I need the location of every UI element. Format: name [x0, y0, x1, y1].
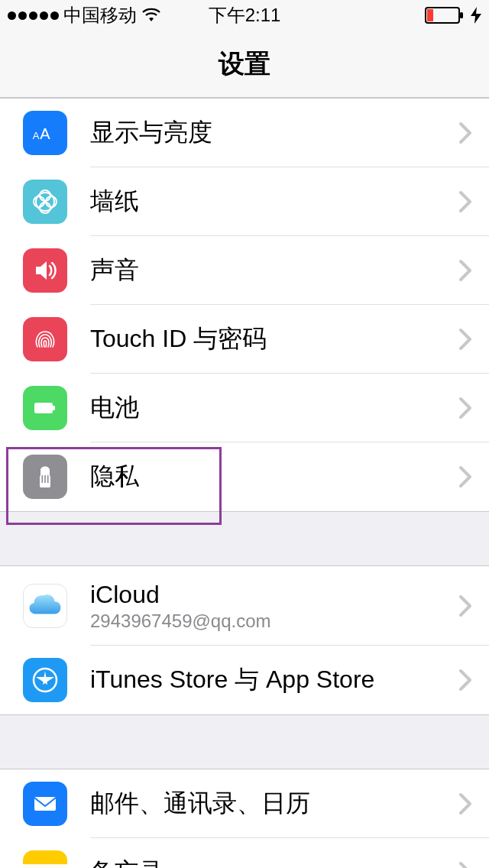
settings-row[interactable]: 隐私	[0, 442, 489, 511]
page-title: 设置	[219, 47, 270, 82]
svg-rect-10	[34, 403, 53, 413]
svg-rect-11	[53, 406, 55, 410]
chevron-right-icon	[458, 397, 489, 419]
row-label: Touch ID 与密码	[90, 322, 458, 356]
row-label: iTunes Store 与 App Store	[90, 663, 458, 697]
svg-rect-17	[34, 797, 56, 811]
wifi-icon	[141, 8, 161, 23]
row-text: iTunes Store 与 App Store	[90, 663, 458, 697]
privacy-icon	[23, 455, 67, 499]
svg-text:A: A	[40, 125, 50, 142]
row-label: 备忘录	[90, 856, 458, 868]
settings-row[interactable]: AA显示与亮度	[0, 99, 489, 167]
settings-header: 设置	[0, 31, 489, 98]
row-text: Touch ID 与密码	[90, 322, 458, 356]
battery-icon-row	[23, 386, 67, 430]
chevron-right-icon	[458, 259, 489, 282]
row-text: 声音	[90, 254, 458, 287]
settings-section: AA显示与亮度墙纸声音Touch ID 与密码电池隐私	[0, 98, 489, 512]
svg-rect-18	[23, 850, 67, 864]
chevron-right-icon	[458, 465, 489, 488]
chevron-right-icon	[458, 190, 489, 213]
row-text: 电池	[90, 391, 458, 425]
row-label: 电池	[90, 391, 458, 425]
row-text: 隐私	[90, 460, 458, 494]
charging-icon	[471, 7, 481, 24]
appstore-icon	[23, 658, 67, 702]
status-left: 中国移动	[8, 3, 161, 28]
settings-list: AA显示与亮度墙纸声音Touch ID 与密码电池隐私iCloud2943967…	[0, 98, 489, 868]
carrier-label: 中国移动	[63, 3, 137, 28]
settings-row[interactable]: 备忘录	[0, 838, 489, 868]
row-text: 备忘录	[90, 856, 458, 868]
chevron-right-icon	[458, 792, 489, 815]
row-text: 邮件、通讯录、日历	[90, 787, 458, 821]
display-icon: AA	[23, 111, 67, 155]
settings-row[interactable]: iCloud2943967459@qq.com	[0, 566, 489, 646]
row-label: 隐私	[90, 460, 458, 494]
status-bar: 中国移动 下午2:11	[0, 0, 489, 31]
row-text: 墙纸	[90, 185, 458, 219]
signal-strength-icon	[8, 11, 59, 20]
settings-row[interactable]: 邮件、通讯录、日历	[0, 769, 489, 838]
chevron-right-icon	[458, 594, 489, 617]
svg-rect-1	[427, 9, 433, 21]
svg-rect-15	[47, 475, 49, 483]
chevron-right-icon	[458, 861, 489, 868]
svg-text:A: A	[33, 130, 40, 141]
settings-row[interactable]: 声音	[0, 236, 489, 305]
status-right	[425, 7, 481, 24]
settings-section: iCloud2943967459@qq.comiTunes Store 与 Ap…	[0, 565, 489, 715]
settings-section: 邮件、通讯录、日历备忘录	[0, 769, 489, 868]
chevron-right-icon	[458, 328, 489, 351]
mail-icon	[23, 782, 67, 826]
row-label: 声音	[90, 254, 458, 287]
icloud-icon	[23, 584, 67, 628]
svg-rect-14	[44, 475, 46, 483]
row-sublabel: 2943967459@qq.com	[90, 611, 458, 632]
row-text: 显示与亮度	[90, 116, 458, 150]
section-gap	[0, 512, 489, 565]
row-label: iCloud	[90, 581, 458, 609]
svg-rect-19	[23, 864, 67, 868]
row-label: 墙纸	[90, 185, 458, 219]
touchid-icon	[23, 317, 67, 361]
sound-icon	[23, 248, 67, 293]
row-label: 邮件、通讯录、日历	[90, 787, 458, 821]
row-label: 显示与亮度	[90, 116, 458, 150]
wallpaper-icon	[23, 180, 67, 224]
section-gap	[0, 715, 489, 769]
settings-row[interactable]: 墙纸	[0, 167, 489, 236]
svg-rect-13	[42, 475, 44, 483]
settings-row[interactable]: iTunes Store 与 App Store	[0, 646, 489, 714]
row-text: iCloud2943967459@qq.com	[90, 581, 458, 632]
settings-row[interactable]: Touch ID 与密码	[0, 305, 489, 374]
chevron-right-icon	[458, 121, 489, 144]
settings-row[interactable]: 电池	[0, 374, 489, 442]
notes-icon	[23, 850, 67, 868]
battery-icon	[425, 7, 468, 24]
svg-rect-2	[460, 12, 463, 18]
chevron-right-icon	[458, 669, 489, 691]
